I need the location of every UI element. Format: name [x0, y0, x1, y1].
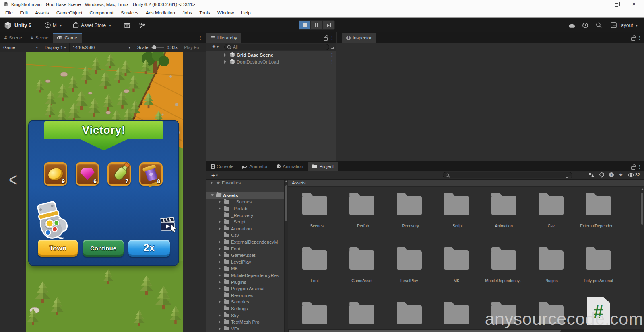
- scale-slider[interactable]: [151, 47, 164, 48]
- expand-arrow[interactable]: [219, 260, 221, 264]
- asset-item[interactable]: [433, 298, 481, 332]
- continue-button[interactable]: Continue: [83, 240, 124, 257]
- tree-item[interactable]: Polygon Arsenal: [206, 285, 284, 292]
- scroll-up-arrow[interactable]: [641, 188, 644, 190]
- saved-search-icon[interactable]: [566, 174, 570, 178]
- game-mode-dropdown[interactable]: Game: [0, 43, 41, 52]
- double-reward-button[interactable]: 2x: [128, 240, 170, 257]
- menu-item[interactable]: Ads Mediation: [142, 9, 179, 17]
- asset-item[interactable]: Csv: [528, 189, 575, 228]
- tree-item[interactable]: _Script: [206, 219, 284, 225]
- asset-item[interactable]: __Scenes: [291, 189, 339, 228]
- menu-item[interactable]: Services: [117, 9, 142, 17]
- bottom-tab[interactable]: Console: [206, 162, 238, 171]
- asset-item[interactable]: Animation: [480, 189, 528, 228]
- expand-arrow[interactable]: [219, 281, 221, 284]
- account-menu[interactable]: M: [43, 22, 64, 28]
- hidden-count[interactable]: 32: [628, 172, 640, 177]
- tree-item[interactable]: Samples: [206, 299, 284, 305]
- menu-item[interactable]: Window: [214, 9, 237, 17]
- project-kebab[interactable]: [637, 164, 642, 170]
- asset-item[interactable]: _Recovery: [386, 189, 433, 228]
- display-dropdown[interactable]: Display 1: [41, 43, 70, 52]
- tab-inspector[interactable]: i Inspector: [342, 33, 376, 43]
- history-icon[interactable]: [582, 22, 588, 29]
- search-by-label-icon[interactable]: [599, 172, 604, 178]
- hierarchy-kebab[interactable]: [329, 35, 335, 41]
- asset-item[interactable]: Polygon Arsenal: [575, 243, 622, 283]
- expand-arrow[interactable]: [219, 227, 221, 230]
- package-manager-button[interactable]: [122, 22, 132, 28]
- tree-item[interactable]: ExternalDependencyM: [206, 239, 284, 246]
- tree-assets-root[interactable]: Assets: [206, 192, 284, 199]
- collapse-arrow[interactable]: [211, 194, 214, 196]
- asset-item[interactable]: ExternalDependen...: [575, 189, 622, 228]
- create-object-button[interactable]: +: [212, 43, 219, 50]
- menu-item[interactable]: Tools: [196, 9, 214, 17]
- asset-item[interactable]: MobileDependency...: [480, 243, 528, 283]
- tree-item[interactable]: GameAsset: [206, 252, 284, 259]
- expand-arrow[interactable]: [219, 327, 221, 330]
- scroll-up-arrow[interactable]: [285, 180, 287, 182]
- stop-button[interactable]: [299, 20, 311, 30]
- scene-picker-icon[interactable]: [331, 45, 335, 49]
- scroll-thumb[interactable]: [289, 330, 561, 332]
- tree-item[interactable]: Font: [206, 245, 284, 252]
- asset-item[interactable]: Font: [291, 243, 339, 283]
- expand-arrow[interactable]: [219, 320, 221, 324]
- item-kebab[interactable]: [329, 59, 335, 65]
- menu-item[interactable]: Help: [237, 9, 254, 17]
- tree-item[interactable]: _Perfab: [206, 205, 284, 212]
- asset-item[interactable]: _Perfab: [339, 189, 386, 228]
- menu-item[interactable]: Jobs: [179, 9, 196, 17]
- expand-arrow[interactable]: [219, 254, 221, 257]
- tree-item[interactable]: VFx: [206, 325, 284, 332]
- expand-arrow[interactable]: [219, 200, 221, 203]
- bottom-tab[interactable]: Project: [308, 162, 338, 171]
- asset-item[interactable]: _Script: [433, 189, 481, 228]
- asset-item[interactable]: [291, 298, 339, 332]
- menu-item[interactable]: Component: [86, 9, 117, 17]
- play-focused-toggle[interactable]: Play Fo: [181, 43, 202, 52]
- lock-icon[interactable]: [631, 35, 635, 40]
- bottom-tab[interactable]: Animation: [272, 162, 308, 171]
- menu-item[interactable]: Assets: [31, 9, 53, 17]
- hierarchy-search[interactable]: All: [224, 44, 329, 50]
- asset-item[interactable]: Plugins: [528, 243, 575, 283]
- restore-button[interactable]: [609, 0, 623, 9]
- tree-item[interactable]: MobileDependencyRes: [206, 272, 284, 279]
- version-control-button[interactable]: [138, 23, 147, 28]
- tree-item[interactable]: Csv: [206, 232, 284, 239]
- asset-item[interactable]: [386, 298, 433, 332]
- step-button[interactable]: [323, 20, 335, 30]
- expand-arrow[interactable]: [224, 53, 226, 57]
- unity-hub-button[interactable]: Unity 6: [4, 21, 31, 29]
- view-tab[interactable]: Scene: [27, 33, 53, 43]
- expand-arrow[interactable]: [219, 240, 221, 244]
- expand-arrow[interactable]: [219, 267, 221, 270]
- view-tab[interactable]: Game: [53, 33, 81, 43]
- scroll-thumb[interactable]: [641, 193, 643, 225]
- favorites-star-icon[interactable]: ★: [619, 172, 623, 178]
- expand-arrow[interactable]: [219, 247, 221, 250]
- asset-item[interactable]: LevelPlay: [386, 243, 433, 283]
- hidden-packages-icon[interactable]: !: [609, 172, 614, 177]
- tree-item[interactable]: Plugins: [206, 279, 284, 285]
- tab-hierarchy[interactable]: Hierarchy: [206, 33, 242, 43]
- asset-item[interactable]: GameAsset: [339, 243, 386, 283]
- hierarchy-item[interactable]: DontDestroyOnLoad: [206, 58, 336, 65]
- view-options-kebab[interactable]: [198, 35, 203, 41]
- expand-arrow[interactable]: [219, 287, 221, 290]
- tree-item[interactable]: Animation: [206, 225, 284, 232]
- tree-item[interactable]: LevelPlay: [206, 259, 284, 266]
- expand-arrow[interactable]: [219, 274, 221, 277]
- menu-item[interactable]: File: [2, 9, 17, 17]
- tree-item[interactable]: _Recovery: [206, 212, 284, 219]
- inspector-kebab[interactable]: [637, 35, 642, 41]
- grid-vertical-scrollbar[interactable]: [640, 187, 644, 329]
- tree-item[interactable]: __Scenes: [206, 199, 284, 205]
- game-viewport[interactable]: Victory! 9 6 7: [0, 52, 206, 332]
- scroll-thumb[interactable]: [285, 185, 287, 221]
- expand-arrow[interactable]: [211, 181, 213, 184]
- bottom-tab[interactable]: Animator: [238, 162, 272, 171]
